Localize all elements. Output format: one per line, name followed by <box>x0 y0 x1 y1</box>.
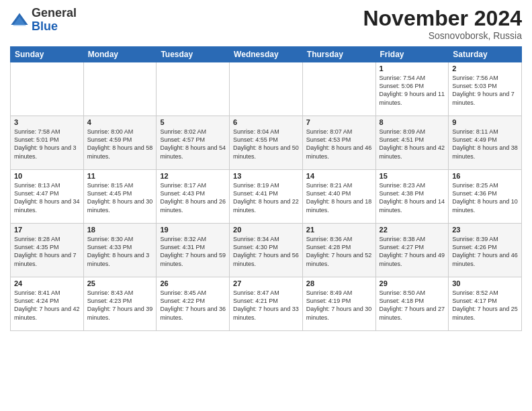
day-info: Sunrise: 8:43 AM Sunset: 4:23 PM Dayligh… <box>87 289 153 322</box>
calendar-cell-w3-d6: 16Sunrise: 8:25 AM Sunset: 4:36 PM Dayli… <box>449 170 522 224</box>
day-number: 11 <box>87 172 153 180</box>
title-block: November 2024 Sosnovoborsk, Russia <box>363 7 522 41</box>
calendar-cell-w1-d1 <box>83 62 157 116</box>
calendar-cell-w2-d1: 4Sunrise: 8:00 AM Sunset: 4:59 PM Daylig… <box>83 116 157 170</box>
day-number: 2 <box>452 64 518 73</box>
calendar-cell-w2-d5: 8Sunrise: 8:09 AM Sunset: 4:51 PM Daylig… <box>375 116 449 170</box>
day-info: Sunrise: 7:56 AM Sunset: 5:03 PM Dayligh… <box>452 74 518 107</box>
day-number: 21 <box>306 226 372 234</box>
calendar-cell-w3-d4: 14Sunrise: 8:21 AM Sunset: 4:40 PM Dayli… <box>302 170 375 224</box>
day-number: 6 <box>233 118 299 126</box>
day-number: 16 <box>452 172 518 180</box>
day-info: Sunrise: 8:09 AM Sunset: 4:51 PM Dayligh… <box>380 128 445 161</box>
day-number: 28 <box>306 279 372 287</box>
day-info: Sunrise: 8:04 AM Sunset: 4:55 PM Dayligh… <box>233 128 299 161</box>
calendar-cell-w3-d2: 12Sunrise: 8:17 AM Sunset: 4:43 PM Dayli… <box>157 170 230 224</box>
day-info: Sunrise: 8:50 AM Sunset: 4:18 PM Dayligh… <box>380 289 445 322</box>
day-number: 4 <box>87 118 153 126</box>
logo-blue: Blue <box>32 19 58 33</box>
calendar-cell-w5-d5: 29Sunrise: 8:50 AM Sunset: 4:18 PM Dayli… <box>375 277 449 331</box>
calendar-cell-w3-d5: 15Sunrise: 8:23 AM Sunset: 4:38 PM Dayli… <box>375 170 449 224</box>
calendar-cell-w3-d0: 10Sunrise: 8:13 AM Sunset: 4:47 PM Dayli… <box>11 170 84 224</box>
calendar-cell-w2-d2: 5Sunrise: 8:02 AM Sunset: 4:57 PM Daylig… <box>157 116 230 170</box>
calendar-cell-w1-d5: 1Sunrise: 7:54 AM Sunset: 5:06 PM Daylig… <box>375 62 449 116</box>
calendar-week-2: 3Sunrise: 7:58 AM Sunset: 5:01 PM Daylig… <box>11 116 522 170</box>
calendar-cell-w1-d3 <box>230 62 303 116</box>
day-number: 18 <box>87 226 153 234</box>
calendar-cell-w4-d6: 23Sunrise: 8:39 AM Sunset: 4:26 PM Dayli… <box>449 224 522 277</box>
day-number: 26 <box>160 279 226 287</box>
calendar-cell-w3-d1: 11Sunrise: 8:15 AM Sunset: 4:45 PM Dayli… <box>83 170 157 224</box>
col-saturday: Saturday <box>449 47 522 62</box>
calendar-week-1: 1Sunrise: 7:54 AM Sunset: 5:06 PM Daylig… <box>11 62 522 116</box>
day-number: 14 <box>306 172 372 180</box>
day-info: Sunrise: 7:54 AM Sunset: 5:06 PM Dayligh… <box>380 74 445 107</box>
calendar-cell-w4-d4: 21Sunrise: 8:36 AM Sunset: 4:28 PM Dayli… <box>302 224 375 277</box>
day-info: Sunrise: 8:17 AM Sunset: 4:43 PM Dayligh… <box>160 181 226 214</box>
col-friday: Friday <box>375 47 449 62</box>
day-info: Sunrise: 8:07 AM Sunset: 4:53 PM Dayligh… <box>306 128 372 161</box>
calendar-week-3: 10Sunrise: 8:13 AM Sunset: 4:47 PM Dayli… <box>11 170 522 224</box>
month-title: November 2024 <box>363 7 522 30</box>
calendar-cell-w5-d6: 30Sunrise: 8:52 AM Sunset: 4:17 PM Dayli… <box>449 277 522 331</box>
calendar-cell-w2-d4: 7Sunrise: 8:07 AM Sunset: 4:53 PM Daylig… <box>302 116 375 170</box>
day-number: 15 <box>380 172 445 180</box>
day-number: 7 <box>306 118 372 126</box>
location-subtitle: Sosnovoborsk, Russia <box>363 30 522 41</box>
calendar-cell-w5-d1: 25Sunrise: 8:43 AM Sunset: 4:23 PM Dayli… <box>83 277 157 331</box>
calendar-cell-w5-d4: 28Sunrise: 8:49 AM Sunset: 4:19 PM Dayli… <box>302 277 375 331</box>
logo-icon <box>10 11 29 30</box>
header: General Blue November 2024 Sosnovoborsk,… <box>10 7 522 41</box>
calendar-header-row: Sunday Monday Tuesday Wednesday Thursday… <box>11 47 522 62</box>
calendar-cell-w1-d4 <box>302 62 375 116</box>
col-tuesday: Tuesday <box>157 47 230 62</box>
calendar-cell-w4-d2: 19Sunrise: 8:32 AM Sunset: 4:31 PM Dayli… <box>157 224 230 277</box>
day-info: Sunrise: 8:45 AM Sunset: 4:22 PM Dayligh… <box>160 289 226 322</box>
calendar-cell-w1-d0 <box>11 62 84 116</box>
logo: General Blue <box>10 7 77 34</box>
calendar-cell-w5-d3: 27Sunrise: 8:47 AM Sunset: 4:21 PM Dayli… <box>230 277 303 331</box>
day-info: Sunrise: 8:38 AM Sunset: 4:27 PM Dayligh… <box>380 235 445 268</box>
calendar-cell-w1-d2 <box>157 62 230 116</box>
day-number: 3 <box>14 118 80 126</box>
day-info: Sunrise: 7:58 AM Sunset: 5:01 PM Dayligh… <box>14 128 80 161</box>
calendar-cell-w5-d0: 24Sunrise: 8:41 AM Sunset: 4:24 PM Dayli… <box>11 277 84 331</box>
day-info: Sunrise: 8:11 AM Sunset: 4:49 PM Dayligh… <box>452 128 518 161</box>
day-info: Sunrise: 8:47 AM Sunset: 4:21 PM Dayligh… <box>233 289 299 322</box>
day-number: 24 <box>14 279 80 287</box>
day-info: Sunrise: 8:32 AM Sunset: 4:31 PM Dayligh… <box>160 235 226 268</box>
calendar-cell-w3-d3: 13Sunrise: 8:19 AM Sunset: 4:41 PM Dayli… <box>230 170 303 224</box>
logo-text: General Blue <box>32 7 77 34</box>
calendar-cell-w4-d0: 17Sunrise: 8:28 AM Sunset: 4:35 PM Dayli… <box>11 224 84 277</box>
day-info: Sunrise: 8:21 AM Sunset: 4:40 PM Dayligh… <box>306 181 372 214</box>
day-number: 13 <box>233 172 299 180</box>
col-sunday: Sunday <box>11 47 84 62</box>
day-info: Sunrise: 8:52 AM Sunset: 4:17 PM Dayligh… <box>452 289 518 322</box>
day-info: Sunrise: 8:13 AM Sunset: 4:47 PM Dayligh… <box>14 181 80 214</box>
day-info: Sunrise: 8:25 AM Sunset: 4:36 PM Dayligh… <box>452 181 518 214</box>
day-number: 17 <box>14 226 80 234</box>
day-info: Sunrise: 8:02 AM Sunset: 4:57 PM Dayligh… <box>160 128 226 161</box>
day-number: 20 <box>233 226 299 234</box>
calendar-cell-w5-d2: 26Sunrise: 8:45 AM Sunset: 4:22 PM Dayli… <box>157 277 230 331</box>
day-number: 19 <box>160 226 226 234</box>
day-info: Sunrise: 8:49 AM Sunset: 4:19 PM Dayligh… <box>306 289 372 322</box>
calendar-week-5: 24Sunrise: 8:41 AM Sunset: 4:24 PM Dayli… <box>11 277 522 331</box>
day-info: Sunrise: 8:39 AM Sunset: 4:26 PM Dayligh… <box>452 235 518 268</box>
day-number: 9 <box>452 118 518 126</box>
day-info: Sunrise: 8:30 AM Sunset: 4:33 PM Dayligh… <box>87 235 153 268</box>
calendar-cell-w4-d3: 20Sunrise: 8:34 AM Sunset: 4:30 PM Dayli… <box>230 224 303 277</box>
day-info: Sunrise: 8:36 AM Sunset: 4:28 PM Dayligh… <box>306 235 372 268</box>
day-number: 8 <box>380 118 445 126</box>
day-info: Sunrise: 8:19 AM Sunset: 4:41 PM Dayligh… <box>233 181 299 214</box>
day-info: Sunrise: 8:15 AM Sunset: 4:45 PM Dayligh… <box>87 181 153 214</box>
day-number: 12 <box>160 172 226 180</box>
page: General Blue November 2024 Sosnovoborsk,… <box>0 0 532 411</box>
calendar-cell-w1-d6: 2Sunrise: 7:56 AM Sunset: 5:03 PM Daylig… <box>449 62 522 116</box>
day-number: 25 <box>87 279 153 287</box>
calendar-week-4: 17Sunrise: 8:28 AM Sunset: 4:35 PM Dayli… <box>11 224 522 277</box>
logo-general: General <box>32 6 77 19</box>
day-info: Sunrise: 8:28 AM Sunset: 4:35 PM Dayligh… <box>14 235 80 268</box>
col-thursday: Thursday <box>302 47 375 62</box>
day-info: Sunrise: 8:41 AM Sunset: 4:24 PM Dayligh… <box>14 289 80 322</box>
